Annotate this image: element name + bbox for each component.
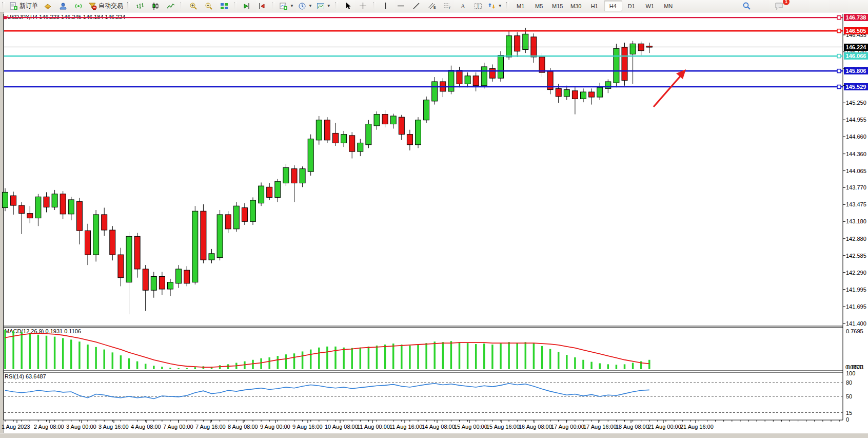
price-tick-label: 145.250: [846, 100, 866, 106]
date-label: 7 Aug 16:00: [195, 424, 226, 430]
price-tick-label: 143.770: [846, 184, 866, 191]
rsi-scale-label: 80: [846, 379, 852, 386]
date-label: 3 Aug 16:00: [98, 424, 129, 430]
price-tick-label: 141.995: [846, 287, 866, 293]
price-tick-label: 142.880: [846, 236, 866, 242]
price-line-label[interactable]: 146.066: [844, 52, 868, 60]
macd-name: MACD(12,26,9): [5, 328, 44, 334]
price-tick-label: 144.360: [846, 151, 866, 157]
price-tick-label: 144.065: [846, 168, 866, 174]
date-label: 14 Aug 08:00: [422, 424, 455, 430]
date-label: 9 Aug 00:00: [260, 424, 290, 430]
date-label: 17 Aug 00:00: [551, 424, 584, 430]
price-tick-label: 143.180: [846, 218, 866, 224]
date-label: 15 Aug 16:00: [486, 424, 520, 430]
rsi-indicator-label: RSI(14) 63.6487: [5, 373, 46, 379]
rsi-scale-label: 0: [846, 416, 849, 423]
mt4-window: 新订单 自动交易: [0, 0, 868, 438]
date-label: 3 Aug 00:00: [66, 424, 96, 430]
price-line-label[interactable]: 146.738: [844, 14, 868, 21]
date-label: 10 Aug 08:00: [325, 424, 358, 430]
price-line-label[interactable]: 145.806: [844, 67, 868, 74]
chart-symbol-title: USDJPY,H4 146.223 146.245 146.184 146.22…: [7, 14, 125, 20]
date-label: 21 Aug 16:00: [680, 424, 714, 430]
price-tick-label: 144.955: [846, 117, 866, 123]
rsi-scale-label: 100: [846, 370, 855, 376]
date-label: 18 Aug 08:00: [616, 424, 649, 430]
price-tick-label: 144.660: [846, 134, 866, 140]
date-label: 17 Aug 16:00: [583, 424, 617, 430]
macd-indicator-label: MACD(12,26,9) 0.1931 0.1106: [5, 328, 81, 334]
rsi-scale-label: 50: [846, 393, 852, 399]
macd-values: 0.1931 0.1106: [45, 328, 81, 334]
date-label: 4 Aug 08:00: [131, 424, 161, 430]
date-label: 11 Aug 16:00: [389, 424, 422, 430]
date-label: 9 Aug 16:00: [292, 424, 323, 430]
rsi-value: 63.6487: [26, 373, 46, 379]
rsi-scale-label: 15: [846, 410, 852, 416]
date-label: 15 Aug 00:00: [454, 424, 487, 430]
date-label: 1 Aug 2023: [2, 424, 30, 430]
date-label: 11 Aug 00:00: [357, 424, 390, 430]
macd-scale-top: 0.7695: [846, 328, 863, 334]
price-line-label[interactable]: 145.529: [844, 83, 868, 90]
current-price-label: 146.224: [844, 44, 868, 51]
price-tick-label: 141.695: [846, 303, 866, 310]
price-tick-label: 141.400: [846, 320, 866, 327]
date-label: 21 Aug 00:00: [648, 424, 681, 430]
price-tick-label: 142.290: [846, 270, 866, 276]
date-label: 8 Aug 08:00: [228, 424, 258, 430]
price-tick-label: 142.585: [846, 253, 866, 259]
price-tick-label: 143.475: [846, 201, 866, 207]
date-label: 16 Aug 08:00: [519, 424, 552, 430]
price-line-label[interactable]: 146.505: [844, 27, 868, 34]
rsi-name: RSI(14): [5, 373, 24, 379]
chart-labels-layer: USDJPY,H4 146.223 146.245 146.184 146.22…: [0, 0, 868, 438]
date-label: 2 Aug 08:00: [34, 424, 64, 430]
date-label: 7 Aug 00:00: [163, 424, 193, 430]
macd-scale-bottom: 0.0531: [847, 364, 864, 370]
